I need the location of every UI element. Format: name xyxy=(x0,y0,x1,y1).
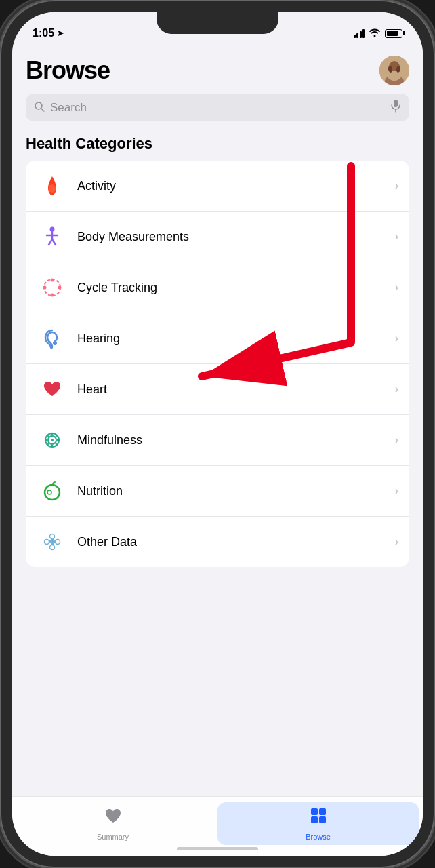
svg-point-39 xyxy=(56,540,60,545)
phone-frame: 1:05 ➤ xyxy=(0,0,435,868)
status-time: 1:05 ➤ xyxy=(33,27,64,39)
avatar[interactable] xyxy=(379,56,409,85)
chevron-icon: › xyxy=(395,383,398,395)
search-icon xyxy=(34,101,45,115)
chevron-icon: › xyxy=(395,485,398,497)
heart-icon xyxy=(37,374,68,405)
list-item[interactable]: Nutrition › xyxy=(26,466,409,517)
list-item[interactable]: Other Data › xyxy=(26,517,409,567)
location-icon: ➤ xyxy=(57,28,64,38)
content-area: Browse xyxy=(12,45,423,796)
category-name-activity: Activity xyxy=(77,179,386,193)
wifi-icon xyxy=(369,28,381,39)
tab-summary-label: Summary xyxy=(97,833,129,841)
list-item[interactable]: Mindfulness › xyxy=(26,415,409,466)
chevron-icon: › xyxy=(395,536,398,548)
cycle-icon xyxy=(37,272,68,303)
avatar-image xyxy=(379,56,409,85)
list-item[interactable]: Hearing › xyxy=(26,313,409,364)
list-item[interactable]: Heart › xyxy=(26,364,409,415)
svg-line-14 xyxy=(52,239,56,245)
svg-line-31 xyxy=(47,444,49,446)
chevron-icon: › xyxy=(395,332,398,344)
svg-point-33 xyxy=(47,490,51,494)
chevron-icon: › xyxy=(395,180,398,192)
svg-rect-41 xyxy=(311,808,318,815)
activity-icon xyxy=(37,170,68,201)
chevron-icon: › xyxy=(395,434,398,446)
svg-point-20 xyxy=(53,341,57,345)
summary-icon xyxy=(104,806,123,830)
chevron-icon: › xyxy=(395,281,398,294)
svg-point-17 xyxy=(58,286,62,290)
category-name-body: Body Measurements xyxy=(77,230,386,244)
svg-point-38 xyxy=(45,540,49,545)
home-indicator xyxy=(177,847,258,850)
svg-rect-7 xyxy=(394,100,398,107)
categories-list: Activity › Body Measurements xyxy=(26,161,409,567)
svg-point-9 xyxy=(49,184,56,193)
search-bar[interactable]: Search xyxy=(26,94,409,121)
mic-icon[interactable] xyxy=(390,99,401,116)
chevron-icon: › xyxy=(395,231,398,243)
category-name-cycle: Cycle Tracking xyxy=(77,281,386,295)
section-title: Health Categories xyxy=(26,135,409,153)
svg-line-29 xyxy=(56,444,58,446)
page-header: Browse xyxy=(26,45,409,94)
tab-browse[interactable]: Browse xyxy=(218,802,419,845)
body-icon xyxy=(37,221,68,252)
hearing-icon xyxy=(37,323,68,354)
category-name-heart: Heart xyxy=(77,382,386,397)
svg-point-23 xyxy=(51,439,54,441)
svg-line-6 xyxy=(41,108,44,111)
svg-point-36 xyxy=(50,534,55,539)
svg-point-18 xyxy=(51,294,54,297)
status-icons xyxy=(354,28,403,39)
tab-browse-label: Browse xyxy=(306,833,331,841)
list-item[interactable]: Cycle Tracking › xyxy=(26,262,409,313)
screen: 1:05 ➤ xyxy=(12,12,423,856)
mindfulness-icon xyxy=(37,425,68,456)
list-item[interactable]: Body Measurements › xyxy=(26,212,409,262)
tab-summary[interactable]: Summary xyxy=(12,802,213,845)
notch xyxy=(157,12,278,34)
browse-icon xyxy=(309,806,328,830)
category-name-hearing: Hearing xyxy=(77,332,386,346)
list-item[interactable]: Activity › xyxy=(26,161,409,212)
nutrition-icon xyxy=(37,475,68,507)
svg-line-13 xyxy=(49,239,52,245)
svg-rect-42 xyxy=(319,808,326,815)
svg-line-28 xyxy=(47,435,49,437)
svg-point-37 xyxy=(50,545,55,550)
svg-rect-43 xyxy=(311,816,318,823)
category-name-mindfulness: Mindfulness xyxy=(77,433,386,448)
other-icon xyxy=(37,526,68,557)
svg-line-30 xyxy=(56,435,58,437)
svg-point-15 xyxy=(44,279,60,296)
category-name-nutrition: Nutrition xyxy=(77,484,386,498)
svg-point-16 xyxy=(51,279,54,282)
svg-rect-44 xyxy=(319,816,326,823)
signal-bars xyxy=(354,29,365,38)
page-title: Browse xyxy=(26,56,110,85)
svg-point-19 xyxy=(43,286,47,290)
battery-icon xyxy=(385,29,402,38)
search-placeholder: Search xyxy=(50,101,385,115)
category-name-other: Other Data xyxy=(77,535,386,549)
